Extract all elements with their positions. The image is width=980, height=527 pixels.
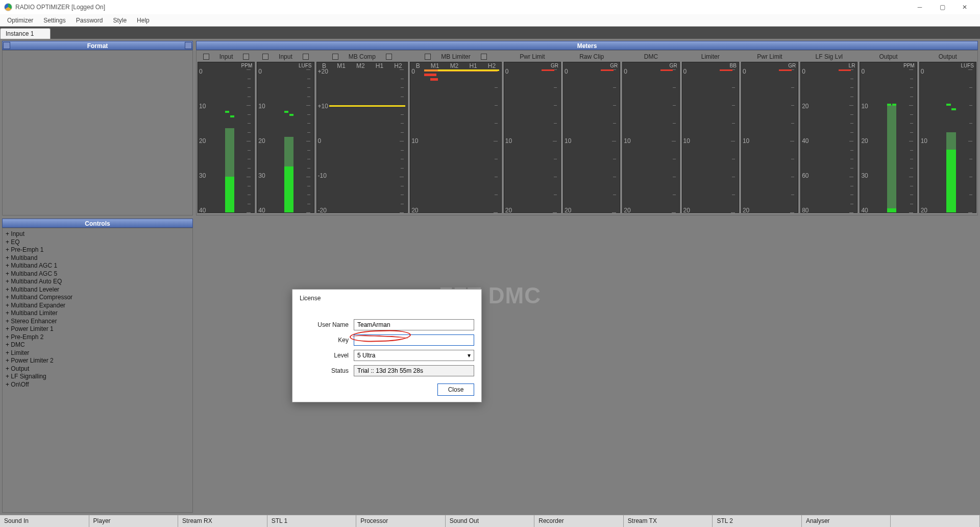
instance-tabbar: Instance 1 bbox=[0, 27, 980, 39]
titlebar: RADIO OPTIMIZER [Logged On] ─ ▢ ✕ bbox=[0, 0, 980, 14]
maximize-button[interactable]: ▢ bbox=[931, 0, 953, 14]
app-logo-icon bbox=[4, 3, 12, 11]
minimize-button[interactable]: ─ bbox=[909, 0, 931, 14]
window-title: RADIO OPTIMIZER [Logged On] bbox=[15, 4, 909, 11]
menu-style[interactable]: Style bbox=[108, 15, 132, 26]
menu-settings[interactable]: Settings bbox=[38, 15, 70, 26]
menu-password[interactable]: Password bbox=[71, 15, 108, 26]
tab-instance-1[interactable]: Instance 1 bbox=[0, 28, 51, 39]
close-button[interactable]: ✕ bbox=[953, 0, 976, 14]
menu-help[interactable]: Help bbox=[132, 15, 155, 26]
menu-optimizer[interactable]: Optimizer bbox=[2, 15, 38, 26]
menubar: Optimizer Settings Password Style Help bbox=[0, 14, 980, 27]
